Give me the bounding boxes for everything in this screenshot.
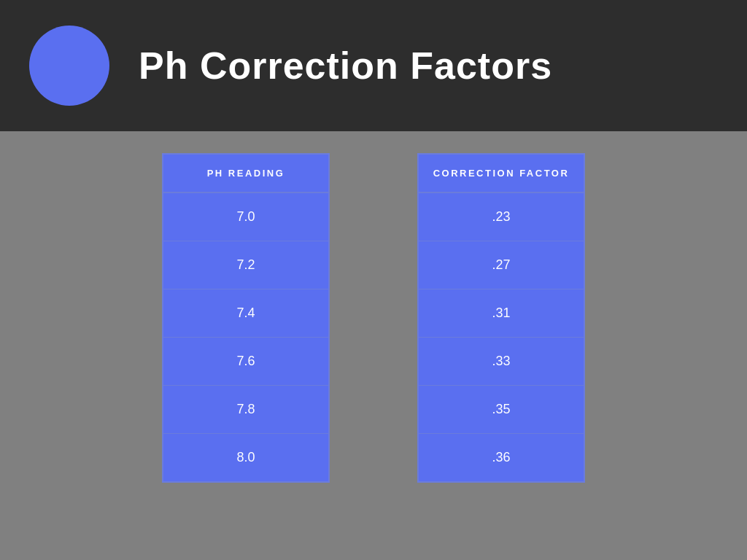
ph-row-2: 7.2	[163, 241, 328, 289]
header-circle	[29, 26, 109, 106]
cf-row-1: .23	[419, 193, 584, 241]
ph-reading-column: PH READING 7.0 7.2 7.4 7.6 7.8 8.0	[162, 153, 330, 483]
cf-row-4: .33	[419, 338, 584, 386]
cf-row-5: .35	[419, 386, 584, 434]
correction-factor-column: CORRECTION FACTOR .23 .27 .31 .33 .35 .3…	[417, 153, 585, 483]
cf-row-3: .31	[419, 289, 584, 338]
ph-reading-header: PH READING	[163, 155, 328, 193]
header: Ph Correction Factors	[0, 0, 747, 131]
page-title: Ph Correction Factors	[139, 44, 552, 88]
main-content: PH READING 7.0 7.2 7.4 7.6 7.8 8.0 CORRE…	[0, 131, 747, 560]
ph-row-3: 7.4	[163, 289, 328, 338]
cf-row-6: .36	[419, 434, 584, 481]
ph-row-4: 7.6	[163, 338, 328, 386]
ph-row-6: 8.0	[163, 434, 328, 481]
cf-row-2: .27	[419, 241, 584, 289]
correction-factor-header: CORRECTION FACTOR	[419, 155, 584, 193]
ph-row-1: 7.0	[163, 193, 328, 241]
ph-row-5: 7.8	[163, 386, 328, 434]
